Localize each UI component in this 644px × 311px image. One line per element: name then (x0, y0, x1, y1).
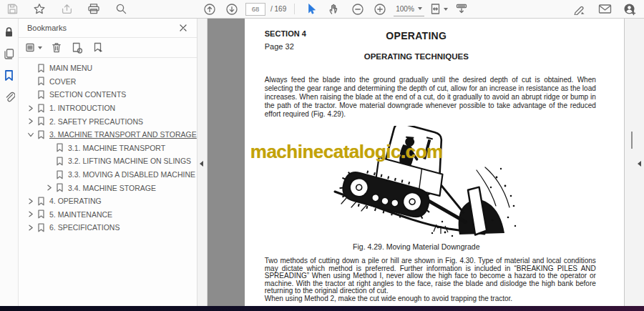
pdf-viewer-window: / 169 100% (0, 0, 644, 311)
bookmark-list: MAIN MENU COVER SECTION CONTENTS 1. INTR… (19, 58, 197, 306)
lock-icon[interactable] (1, 25, 17, 39)
bookmark-item-label: MAIN MENU (49, 64, 92, 72)
paragraph-text: When using Method 2, make the cut wide e… (265, 295, 596, 303)
bookmark-ribbon-icon (37, 197, 45, 206)
toolbar-share-group (571, 1, 638, 16)
expander-chevron-icon[interactable] (26, 63, 36, 73)
toolbar-file-group (4, 1, 130, 16)
vertical-scrollbar-thumb[interactable] (631, 132, 633, 149)
bookmark-item-label: 2. SAFETY PRECAUTIONS (49, 117, 143, 126)
paragraph-text: Two methods of cutting down a pile or hi… (265, 257, 596, 295)
bookmark-item[interactable]: 3. MACHINE TRANSPORT AND STORAGE (19, 128, 197, 142)
expander-chevron-icon[interactable] (26, 117, 36, 127)
expander-chevron-icon[interactable] (44, 169, 54, 179)
bookmark-item-label: 3.2. LIFTING MACHINE ON SLINGS (68, 157, 191, 165)
toolbar: / 169 100% (0, 0, 644, 19)
page-title: OPERATING (245, 30, 588, 41)
bookmark-item-label: 3. MACHINE TRANSPORT AND STORAGE (49, 130, 197, 139)
bookmark-item-label: 6. SPECIFICATIONS (49, 223, 119, 232)
fill-sign-icon[interactable] (571, 1, 588, 16)
bookmark-item-label: COVER (49, 77, 76, 86)
page-total-label: / 169 (270, 5, 286, 13)
bookmark-item[interactable]: 2. SAFETY PRECAUTIONS (19, 114, 197, 128)
chevron-down-icon (38, 46, 42, 49)
bookmark-ribbon-icon (37, 209, 45, 219)
expander-chevron-icon[interactable] (26, 196, 36, 206)
new-bookmark-icon[interactable] (69, 40, 86, 55)
bookmark-item[interactable]: 3.3. MOVING A DISABLED MACHINE (19, 168, 197, 182)
page-number-input[interactable] (245, 3, 265, 16)
expander-chevron-icon[interactable] (26, 76, 36, 87)
fit-page-icon[interactable] (429, 3, 448, 15)
expander-chevron-icon[interactable] (26, 209, 36, 219)
expand-tools-arrow-icon[interactable] (638, 161, 641, 167)
bookmark-ribbon-icon (37, 130, 45, 139)
pdf-page: SECTION 4 Page 32 OPERATING OPERATING TE… (245, 19, 624, 306)
expander-chevron-icon[interactable] (26, 89, 36, 99)
zoom-in-icon[interactable] (371, 1, 389, 16)
bookmark-ribbon-icon (37, 104, 45, 113)
bookmark-ribbon-icon (56, 143, 64, 152)
expander-chevron-icon[interactable] (26, 129, 36, 139)
zoom-level-select[interactable]: 100% (394, 2, 424, 16)
copy-pages-icon[interactable] (1, 46, 17, 61)
paperclip-icon[interactable] (1, 89, 17, 104)
bookmark-item[interactable]: 5. MAINTENANCE (19, 208, 197, 222)
bookmark-item-label: 3.1. MACHINE TRANSPORT (68, 144, 165, 152)
bookmark-item[interactable]: 6. SPECIFICATIONS (19, 221, 197, 235)
bookmark-item[interactable]: 3.4. MACHINE STORAGE (19, 181, 197, 194)
bottom-bar (0, 306, 644, 311)
select-tool-icon[interactable] (303, 1, 320, 16)
bookmark-item[interactable]: 3.2. LIFTING MACHINE ON SLINGS (19, 154, 197, 168)
bookmark-ribbon-icon (37, 90, 45, 99)
bookmark-item[interactable]: SECTION CONTENTS (19, 88, 197, 102)
bookmark-ribbon-icon (56, 170, 64, 179)
bookmark-item-label: 3.3. MOVING A DISABLED MACHINE (68, 170, 195, 179)
page-label: Page 32 (265, 42, 294, 51)
toolbar-zoom-group: 100% (349, 1, 470, 16)
hand-tool-icon[interactable] (325, 1, 342, 16)
bookmark-item[interactable]: COVER (19, 75, 197, 89)
goto-bookmark-icon[interactable] (89, 40, 107, 55)
close-icon[interactable] (177, 21, 190, 34)
profile-add-icon[interactable] (621, 1, 638, 16)
bookmarks-icon[interactable] (1, 68, 17, 82)
expander-chevron-icon[interactable] (44, 183, 54, 193)
bookmark-item-label: 5. MAINTENANCE (49, 210, 112, 219)
document-area[interactable]: SECTION 4 Page 32 OPERATING OPERATING TE… (208, 19, 624, 306)
bookmark-item[interactable]: MAIN MENU (19, 61, 197, 75)
page-down-icon[interactable] (223, 1, 240, 16)
bookmark-ribbon-icon (37, 64, 45, 73)
bookmark-item[interactable]: 4. OPERATING (19, 194, 197, 208)
expander-chevron-icon[interactable] (26, 222, 36, 232)
email-icon[interactable] (596, 1, 613, 16)
page-subtitle: OPERATING TECHNIQUES (245, 52, 588, 61)
star-icon[interactable] (31, 1, 48, 16)
expander-chevron-icon[interactable] (44, 143, 54, 153)
main-area: Bookmarks (0, 19, 644, 306)
print-icon[interactable] (85, 1, 102, 16)
upload-icon[interactable] (58, 1, 75, 16)
expander-chevron-icon[interactable] (44, 156, 54, 166)
bookmark-item-label: 4. OPERATING (49, 197, 102, 205)
bookmark-item[interactable]: 3.1. MACHINE TRANSPORT (19, 142, 197, 155)
toolbar-divider (294, 4, 295, 14)
bookmarks-panel-header: Bookmarks (19, 19, 197, 38)
scroll-mode-icon[interactable] (453, 1, 470, 16)
options-menu-icon[interactable] (23, 40, 44, 55)
save-icon[interactable] (4, 1, 21, 16)
panel-collapse-strip (197, 19, 208, 306)
trash-icon[interactable] (48, 40, 65, 55)
watermark-text: machinecatalogic.com (250, 141, 443, 163)
bookmark-ribbon-icon (56, 157, 64, 166)
chevron-down-icon (418, 7, 422, 10)
search-icon[interactable] (112, 1, 130, 16)
bookmark-item-label: 3.4. MACHINE STORAGE (68, 184, 156, 192)
bookmark-ribbon-icon (37, 223, 45, 232)
expander-chevron-icon[interactable] (26, 103, 36, 113)
zoom-out-icon[interactable] (349, 1, 366, 16)
collapse-panel-arrow-icon[interactable] (200, 161, 203, 167)
zoom-level-label: 100% (396, 5, 414, 13)
page-up-icon[interactable] (201, 1, 218, 16)
bookmark-item[interactable]: 1. INTRODUCTION (19, 102, 197, 115)
